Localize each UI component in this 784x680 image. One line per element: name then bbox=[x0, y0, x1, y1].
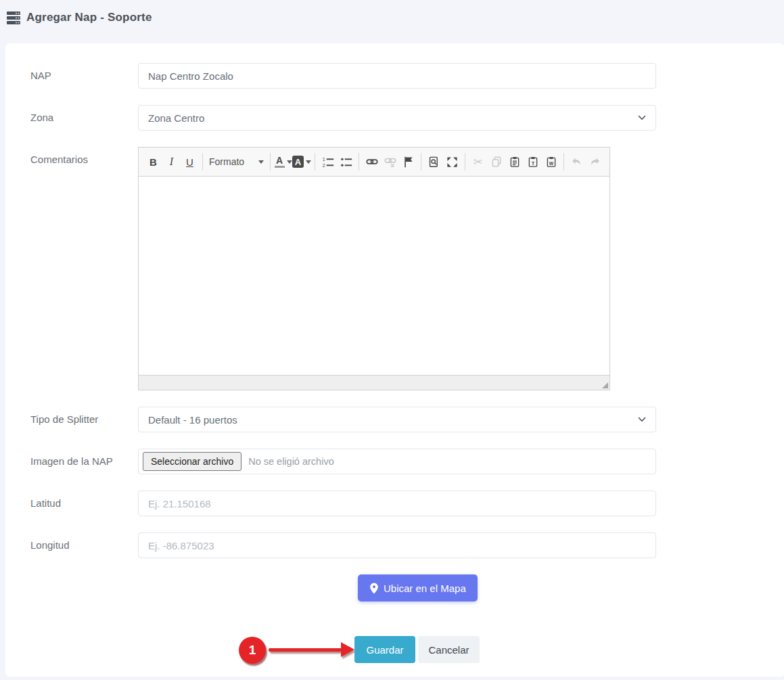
rich-text-editor: B I U Formato A A bbox=[138, 147, 610, 390]
redo-button[interactable] bbox=[586, 152, 604, 171]
resize-handle[interactable] bbox=[602, 382, 608, 388]
page-header: Agregar Nap - Soporte bbox=[0, 0, 784, 35]
chevron-down-icon bbox=[287, 160, 292, 164]
annotation-arrow bbox=[269, 636, 354, 663]
toolbar-separator bbox=[563, 153, 564, 171]
latitud-input[interactable] bbox=[138, 491, 656, 516]
map-pin-icon bbox=[369, 583, 379, 594]
link-button[interactable] bbox=[363, 152, 381, 171]
text-color-icon: A bbox=[275, 156, 285, 168]
zona-selected-value: Zona Centro bbox=[148, 112, 204, 124]
locate-on-map-button[interactable]: Ubicar en el Mapa bbox=[358, 574, 478, 602]
imagen-label: Imagen de la NAP bbox=[30, 449, 138, 474]
chevron-down-icon bbox=[306, 160, 311, 164]
toolbar-separator bbox=[202, 153, 203, 171]
text-color-button[interactable]: A bbox=[274, 152, 292, 171]
toolbar-separator bbox=[270, 153, 271, 171]
undo-button[interactable] bbox=[568, 152, 586, 171]
preview-icon bbox=[428, 156, 440, 168]
redo-icon bbox=[589, 156, 601, 168]
longitud-input[interactable] bbox=[138, 532, 656, 558]
toolbar-separator bbox=[421, 153, 421, 171]
cut-button[interactable]: ✂ bbox=[469, 152, 487, 171]
chevron-down-icon bbox=[258, 160, 264, 164]
chevron-down-icon bbox=[638, 115, 646, 120]
chevron-down-icon bbox=[638, 417, 646, 422]
nap-input[interactable] bbox=[138, 63, 656, 89]
underline-icon: U bbox=[186, 156, 193, 168]
file-status-text: No se eligió archivo bbox=[248, 456, 334, 467]
format-dropdown-label: Formato bbox=[209, 156, 244, 167]
tipo-splitter-row: Tipo de Splitter Default - 16 puertos bbox=[30, 407, 784, 432]
cancel-button[interactable]: Cancelar bbox=[418, 636, 480, 663]
paste-text-button[interactable]: T bbox=[524, 152, 542, 171]
form-card: NAP Zona Zona Centro Comentarios B I U F… bbox=[5, 43, 784, 677]
svg-text:2: 2 bbox=[323, 163, 325, 168]
paste-text-icon: T bbox=[527, 156, 539, 168]
tipo-splitter-label: Tipo de Splitter bbox=[30, 407, 138, 432]
copy-icon bbox=[490, 156, 503, 168]
editor-footer bbox=[139, 375, 609, 390]
latitud-label: Latitud bbox=[30, 491, 138, 516]
svg-text:T: T bbox=[531, 160, 534, 166]
numbered-list-button[interactable]: 1 2 bbox=[319, 152, 337, 171]
cut-icon: ✂ bbox=[473, 155, 482, 169]
annotation-step-badge: 1 bbox=[239, 637, 266, 664]
imagen-row: Imagen de la NAP Seleccionar archivo No … bbox=[30, 449, 784, 474]
save-button[interactable]: Guardar bbox=[354, 636, 415, 663]
comentarios-row: Comentarios B I U Formato A bbox=[30, 147, 784, 390]
italic-button[interactable]: I bbox=[162, 152, 181, 171]
zona-label: Zona bbox=[30, 105, 138, 131]
undo-icon bbox=[570, 156, 583, 168]
file-select-button[interactable]: Seleccionar archivo bbox=[143, 452, 241, 471]
numbered-list-icon: 1 2 bbox=[321, 156, 334, 168]
format-dropdown[interactable]: Formato bbox=[206, 152, 267, 171]
link-icon bbox=[365, 155, 379, 168]
copy-button[interactable] bbox=[487, 152, 505, 171]
maximize-button[interactable] bbox=[443, 152, 461, 171]
unlink-icon bbox=[384, 155, 397, 168]
svg-text:W: W bbox=[549, 161, 553, 166]
paste-word-icon: W bbox=[545, 156, 557, 168]
server-stack-icon bbox=[7, 12, 20, 24]
paste-icon bbox=[509, 156, 521, 168]
paste-button[interactable] bbox=[505, 152, 524, 171]
annotation-step-number: 1 bbox=[249, 643, 256, 658]
nap-row: NAP bbox=[30, 63, 784, 89]
editor-toolbar: B I U Formato A A bbox=[139, 148, 609, 177]
toolbar-separator bbox=[359, 153, 359, 171]
toolbar-separator bbox=[465, 153, 465, 171]
zona-row: Zona Zona Centro bbox=[30, 105, 784, 131]
bold-button[interactable]: B bbox=[144, 152, 162, 171]
maximize-icon bbox=[446, 156, 459, 168]
background-color-button[interactable]: A bbox=[292, 152, 311, 171]
toolbar-separator bbox=[315, 153, 315, 171]
background-color-icon: A bbox=[292, 156, 304, 168]
underline-button[interactable]: U bbox=[181, 152, 199, 171]
bullet-list-icon bbox=[340, 156, 352, 168]
latitud-row: Latitud bbox=[30, 491, 784, 516]
nap-label: NAP bbox=[30, 63, 138, 89]
bullet-list-button[interactable] bbox=[337, 152, 355, 171]
locate-on-map-label: Ubicar en el Mapa bbox=[384, 583, 466, 594]
file-input[interactable]: Seleccionar archivo No se eligió archivo bbox=[138, 449, 656, 474]
preview-button[interactable] bbox=[425, 152, 443, 171]
svg-text:1: 1 bbox=[323, 157, 325, 162]
longitud-row: Longitud bbox=[30, 532, 784, 558]
map-button-row: Ubicar en el Mapa bbox=[30, 574, 784, 602]
comentarios-label: Comentarios bbox=[30, 147, 138, 390]
zona-select[interactable]: Zona Centro bbox=[138, 105, 656, 131]
page-title: Agregar Nap - Soporte bbox=[26, 11, 152, 24]
longitud-label: Longitud bbox=[30, 532, 138, 558]
editor-content-area[interactable] bbox=[139, 177, 609, 375]
italic-icon: I bbox=[170, 156, 173, 168]
bold-icon: B bbox=[149, 156, 157, 168]
paste-word-button[interactable]: W bbox=[542, 152, 560, 171]
unlink-button[interactable] bbox=[381, 152, 399, 171]
anchor-flag-button[interactable] bbox=[399, 152, 417, 171]
actions-row: 1 Guardar Cancelar bbox=[30, 636, 784, 663]
tipo-splitter-selected-value: Default - 16 puertos bbox=[148, 414, 237, 426]
anchor-flag-icon bbox=[402, 156, 415, 168]
tipo-splitter-select[interactable]: Default - 16 puertos bbox=[138, 407, 656, 432]
